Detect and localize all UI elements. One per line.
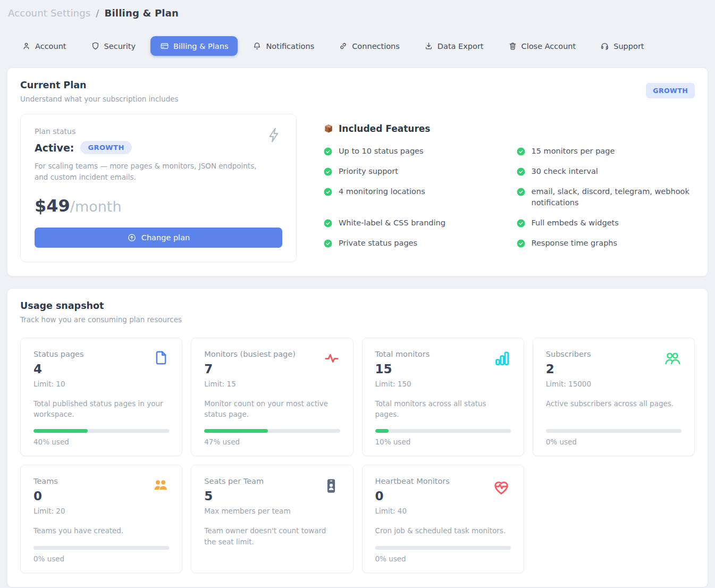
tab-label: Billing & Plans (173, 42, 228, 51)
feature-text: email, slack, discord, telegram, webhook… (532, 186, 695, 209)
percent-used-label: 40% used (33, 438, 169, 446)
features-heading: Included Features (339, 123, 430, 134)
plan-price-row: $49 /month (35, 196, 282, 216)
bell-icon (253, 41, 262, 51)
settings-tab[interactable]: Support (591, 36, 653, 56)
check-circle-icon (323, 238, 333, 248)
check-circle-icon (323, 217, 333, 228)
stat-value: 7 (204, 362, 296, 376)
feature-text: 15 monitors per page (532, 146, 615, 157)
progress-bar (204, 429, 340, 433)
progress-bar (375, 429, 511, 433)
settings-tab[interactable]: Connections (329, 36, 409, 56)
tab-label: Close Account (521, 42, 576, 51)
stat-description: Cron job & scheduled task monitors. (375, 525, 511, 536)
stat-description: Active subscribers across all pages. (546, 398, 682, 409)
pulse-icon (323, 350, 340, 367)
feature-item: Priority support (323, 166, 502, 178)
settings-tab[interactable]: Close Account (499, 36, 586, 56)
check-circle-icon (516, 217, 526, 228)
download-icon (424, 41, 433, 51)
feature-item: Private status pages (323, 238, 502, 249)
stat-limit: Limit: 10 (33, 380, 84, 388)
heart-pulse-icon (492, 477, 511, 496)
stat-description: Total monitors across all status pages. (375, 398, 511, 420)
stat-label: Heartbeat Monitors (375, 477, 450, 485)
stat-label: Teams (33, 477, 65, 485)
settings-tab[interactable]: Data Export (415, 36, 493, 56)
tab-label: Notifications (266, 42, 314, 51)
check-circle-icon (516, 186, 526, 197)
stat-description: Team owner doesn't count toward the seat… (204, 525, 340, 547)
usage-progress: 10% used (375, 419, 511, 446)
usage-snapshot-section: Usage snapshot Track how you are consumi… (7, 288, 708, 587)
stat-description: Monitor count on your most active status… (204, 398, 340, 420)
file-icon (153, 350, 169, 366)
breadcrumb-separator: / (96, 7, 99, 19)
stat-description: Total published status pages in your wor… (33, 398, 169, 420)
plan-description: For scaling teams — more pages & monitor… (35, 161, 263, 183)
settings-tab[interactable]: Security (81, 36, 146, 56)
progress-fill (375, 429, 389, 433)
plan-state-badge: GROWTH (80, 141, 131, 154)
usage-stat-card: Total monitors 15 Limit: 150 Total monit… (362, 338, 524, 457)
progress-bar (546, 429, 682, 433)
feature-text: 4 monitoring locations (339, 186, 425, 198)
subscribers-icon (663, 350, 682, 368)
usage-progress: 40% used (33, 419, 169, 446)
usage-progress: 0% used (33, 536, 169, 563)
shield-icon (91, 41, 100, 51)
percent-used-label: 0% used (546, 438, 682, 446)
change-plan-button[interactable]: Change plan (35, 228, 282, 248)
usage-subtitle: Track how you are consuming plan resourc… (20, 315, 182, 324)
feature-text: White-label & CSS branding (339, 217, 445, 229)
tab-label: Support (613, 42, 644, 51)
feature-item: Up to 10 status pages (323, 146, 502, 157)
stat-value: 0 (375, 489, 450, 503)
feature-item: Full embeds & widgets (516, 217, 695, 229)
feature-text: Full embeds & widgets (532, 217, 619, 229)
current-plan-title: Current Plan (20, 80, 179, 90)
page-title: Billing & Plan (105, 7, 179, 19)
usage-stat-card: Seats per Team 5 Max members per team Te… (191, 465, 353, 573)
stat-label: Subscribers (546, 350, 591, 358)
id-badge-icon (322, 477, 340, 495)
check-circle-icon (516, 146, 526, 156)
stat-limit: Limit: 40 (375, 507, 450, 515)
settings-tab[interactable]: Notifications (243, 36, 324, 56)
percent-used-label: 10% used (375, 438, 511, 446)
teams-icon (152, 477, 169, 494)
stat-value: 15 (375, 362, 430, 376)
percent-used-label: 0% used (33, 555, 169, 563)
check-circle-icon (516, 166, 526, 177)
check-circle-icon (323, 166, 333, 177)
tab-label: Data Export (438, 42, 484, 51)
stat-value: 4 (33, 362, 84, 376)
percent-used-label: 0% used (375, 555, 511, 563)
breadcrumb: Account Settings / Billing & Plan (7, 6, 708, 19)
feature-text: 30 check interval (532, 166, 598, 178)
stat-label: Monitors (busiest page) (204, 350, 296, 358)
feature-item: 4 monitoring locations (323, 186, 502, 209)
settings-tab[interactable]: Billing & Plans (150, 36, 238, 56)
bar-chart-icon (493, 350, 511, 367)
package-icon (323, 123, 334, 134)
arrow-up-circle-icon (127, 233, 137, 242)
plan-state: Active: (35, 142, 74, 154)
settings-tab[interactable]: Account (12, 36, 76, 56)
feature-item: Response time graphs (516, 238, 695, 249)
feature-text: Up to 10 status pages (339, 146, 424, 157)
usage-stat-card: Subscribers 2 Limit: 15000 Active subscr… (533, 338, 695, 457)
stat-limit: Limit: 15 (204, 380, 296, 388)
percent-used-label: 47% used (204, 438, 340, 446)
feature-item: 15 monitors per page (516, 146, 695, 157)
breadcrumb-parent[interactable]: Account Settings (8, 7, 90, 19)
plan-status-card: Plan status Active: GROWTH For scaling t… (20, 114, 297, 262)
progress-bar (33, 429, 169, 433)
feature-text: Priority support (339, 166, 398, 178)
check-circle-icon (516, 238, 526, 248)
usage-grid: Status pages 4 Limit: 10 Total published… (20, 338, 695, 573)
stat-limit: Max members per team (204, 507, 290, 515)
tab-label: Account (35, 42, 66, 51)
usage-stat-card: Monitors (busiest page) 7 Limit: 15 Moni… (191, 338, 353, 457)
